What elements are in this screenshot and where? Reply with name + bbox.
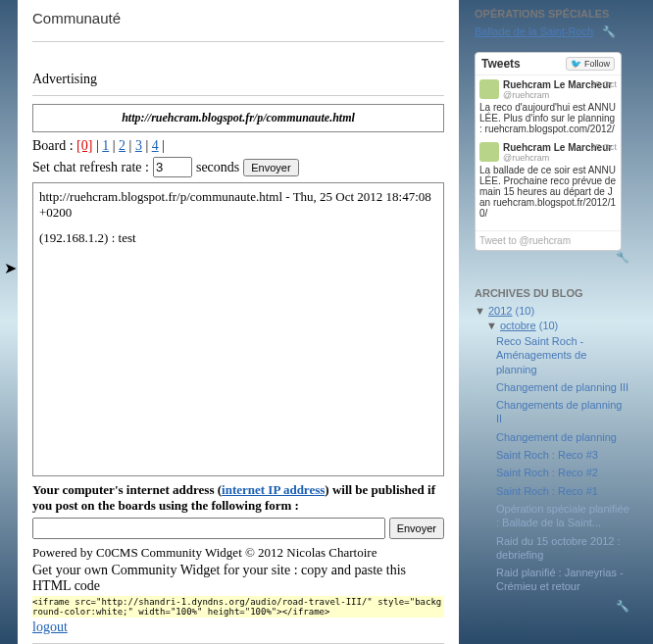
operations-heading: OPÉRATIONS SPÉCIALES (475, 8, 629, 20)
tweet-date: 26 Oct (590, 79, 617, 89)
board-selector: Board : [0] | 1 | 2 | 3 | 4 | (32, 138, 444, 154)
archive-post-link[interactable]: Changement de planning III (496, 380, 629, 394)
chevron-down-icon[interactable]: ▼ (475, 305, 488, 317)
ip-notice: Your computer's internet address (intern… (32, 482, 444, 514)
archives-section: ARCHIVES DU BLOG ▼ 2012 (10) ▼ octobre (… (475, 287, 629, 594)
archive-post-link[interactable]: Saint Roch : Reco #1 (496, 484, 629, 498)
wrench-icon[interactable]: 🔧 (616, 600, 629, 612)
post-send-button[interactable]: Envoyer (389, 518, 444, 539)
wrench-icon[interactable]: 🔧 (602, 25, 616, 37)
divider (32, 95, 444, 96)
board-link-3[interactable]: 3 (135, 138, 142, 153)
powered-by: Powered by C0CMS Community Widget © 2012… (32, 545, 444, 561)
page-url-box: http://ruehcram.blogspot.fr/p/communaute… (32, 104, 444, 132)
tweet-handle: @ruehcram (479, 153, 617, 163)
avatar (479, 79, 499, 99)
follow-button[interactable]: 🐦 Follow (566, 57, 615, 71)
refresh-rate-input[interactable] (153, 157, 192, 177)
archive-post-link[interactable]: Changements de planning II (496, 398, 629, 426)
avatar (479, 142, 499, 162)
tweets-list[interactable]: 26 Oct Ruehcram Le Marcheur @ruehcram La… (476, 75, 621, 230)
board-link-0[interactable]: [0] (76, 138, 92, 153)
archive-post-link[interactable]: Saint Roch : Reco #3 (496, 448, 629, 462)
chat-line: http://ruehcram.blogspot.fr/p/communaute… (39, 189, 437, 221)
archive-post-link[interactable]: Saint Roch : Reco #2 (496, 466, 629, 479)
archive-post-link[interactable]: Raid planifié : Janneyrias - Crémieu et … (496, 566, 629, 594)
tweet-compose[interactable]: Tweet to @ruehcram (476, 230, 621, 250)
ip-address-link[interactable]: internet IP address (222, 482, 325, 497)
tweet-item[interactable]: 26 Oct Ruehcram Le Marcheur @ruehcram La… (479, 79, 617, 134)
logout-link[interactable]: logout (32, 619, 68, 634)
divider (32, 41, 444, 42)
refresh-send-button[interactable]: Envoyer (243, 159, 298, 176)
board-link-4[interactable]: 4 (152, 138, 159, 153)
tweet-handle: @ruehcram (479, 90, 617, 100)
tweets-header: Tweets 🐦 Follow (476, 53, 621, 75)
page-title: Communauté (32, 10, 444, 26)
advertising-label: Advertising (32, 72, 444, 87)
main-content: Communauté Advertising http://ruehcram.b… (18, 0, 459, 644)
tweet-date: 25 Oct (590, 142, 617, 152)
archive-post-link[interactable]: Raid du 15 octobre 2012 : debriefing (496, 534, 629, 563)
board-link-1[interactable]: 1 (102, 138, 109, 153)
archive-post-link[interactable]: Reco Saint Roch - Aménagements de planni… (496, 334, 629, 376)
archives-heading: ARCHIVES DU BLOG (475, 287, 629, 299)
tweet-text: La ballade de ce soir est ANNULÉE. Proch… (479, 165, 617, 219)
board-link-2[interactable]: 2 (119, 138, 126, 153)
tweet-text: La reco d'aujourd'hui est ANNULÉE. Plus … (479, 102, 617, 134)
tweet-item[interactable]: 25 Oct Ruehcram Le Marcheur @ruehcram La… (479, 142, 617, 219)
refresh-controls: Set chat refresh rate : seconds Envoyer (32, 157, 444, 177)
post-input[interactable] (32, 518, 385, 539)
sidebar: OPÉRATIONS SPÉCIALES Ballade de la Saint… (469, 0, 635, 644)
chat-box: http://ruehcram.blogspot.fr/p/communaute… (32, 182, 444, 476)
tweets-widget: Tweets 🐦 Follow 26 Oct Ruehcram Le March… (475, 52, 622, 251)
tweets-title: Tweets (481, 57, 521, 71)
twitter-icon: 🐦 (571, 59, 581, 69)
archive-year[interactable]: ▼ 2012 (10) (475, 305, 629, 317)
archive-post-link[interactable]: Changement de planning (496, 430, 629, 444)
wrench-icon[interactable]: 🔧 (616, 251, 629, 263)
archive-post-link[interactable]: Opération spéciale planifiée : Ballade d… (496, 502, 629, 530)
chat-line: (192.168.1.2) : test (39, 230, 437, 246)
archive-month[interactable]: ▼ octobre (10) (486, 320, 629, 331)
post-form: Envoyer (32, 518, 444, 539)
operations-link[interactable]: Ballade de la Saint-Roch (475, 25, 593, 37)
get-own-widget: Get your own Community Widget for your s… (32, 563, 444, 594)
archive-posts: Reco Saint Roch - Aménagements de planni… (496, 334, 629, 594)
iframe-embed-code[interactable]: <iframe src="http://shandri-1.dyndns.org… (32, 596, 444, 618)
chevron-down-icon[interactable]: ▼ (486, 320, 500, 331)
